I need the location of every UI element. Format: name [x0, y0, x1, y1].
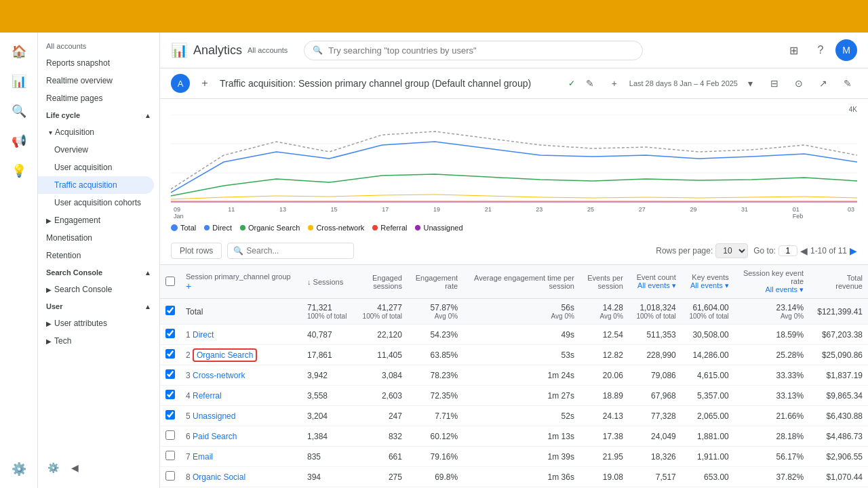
search-console-section[interactable]: Search Console ▲ — [38, 264, 159, 281]
row-avg-time: 1m 36s — [548, 472, 574, 482]
col-sessions-header: ↓ Sessions — [307, 278, 349, 286]
add-column-icon[interactable]: + — [186, 281, 191, 291]
chart-container: 4K 09Ja — [160, 99, 868, 221]
more-options-icon[interactable]: ✎ — [838, 74, 857, 93]
channel-link[interactable]: Unassigned — [193, 411, 235, 421]
table-search-input[interactable] — [246, 246, 348, 256]
total-engaged-sub: 100% of total — [360, 312, 402, 320]
row-checkbox[interactable] — [165, 329, 175, 338]
row-revenue: $25,090.86 — [822, 350, 863, 360]
apps-icon[interactable]: ⊞ — [781, 38, 806, 62]
date-range-dropdown-icon[interactable]: ▾ — [741, 74, 760, 93]
reports-icon[interactable]: 📊 — [5, 68, 33, 95]
row-checkbox[interactable] — [165, 369, 175, 379]
legend-total[interactable]: Total — [171, 224, 196, 232]
view-type-icon[interactable]: ⊟ — [765, 74, 784, 93]
channel-link[interactable]: Cross-network — [193, 371, 245, 380]
legend-cross-network[interactable]: Cross-network — [308, 224, 364, 232]
sidebar-item-realtime-pages[interactable]: Realtime pages — [38, 89, 154, 107]
help-icon[interactable]: ? — [808, 38, 833, 62]
total-label: Total — [186, 307, 203, 317]
compare-icon[interactable]: ⊙ — [789, 74, 808, 93]
sidebar-item-search-console[interactable]: ▶ Search Console — [38, 281, 154, 298]
search-input[interactable] — [328, 45, 634, 56]
col-channel-header: Session primary_channel group — [186, 272, 296, 281]
sidebar-item-retention[interactable]: Retention — [38, 247, 154, 264]
row-checkbox[interactable] — [165, 430, 175, 440]
edit-report-icon[interactable]: ✎ — [580, 74, 599, 93]
app-name: Analytics — [193, 43, 242, 58]
sidebar-item-tech[interactable]: ▶ Tech — [38, 332, 154, 350]
legend-unassigned-label: Unassigned — [423, 224, 462, 232]
lifecycle-section[interactable]: Life cycle ▲ — [38, 107, 159, 123]
legend-referral-dot — [372, 225, 378, 230]
channel-link[interactable]: Direct — [193, 330, 214, 340]
acquisition-label: Acquisition — [55, 127, 94, 137]
channel-link[interactable]: Organic Search — [193, 348, 257, 362]
legend-referral[interactable]: Referral — [372, 224, 407, 232]
row-engaged: 2,603 — [382, 391, 402, 401]
sidebar-item-user-acquisition-cohorts[interactable]: User acquisition cohorts — [38, 194, 154, 211]
row-checkbox[interactable] — [165, 349, 175, 359]
insights-icon[interactable]: 💡 — [5, 157, 33, 184]
channel-link[interactable]: Referral — [193, 391, 222, 401]
sidebar-item-user-acquisition[interactable]: User acquisition — [38, 159, 154, 176]
total-eng-rate-sub: Avg 0% — [413, 312, 458, 320]
legend-direct[interactable]: Direct — [204, 224, 232, 232]
sidebar-collapse-icon[interactable]: ◀ — [65, 458, 84, 477]
legend-organic-search-dot — [240, 225, 245, 230]
row-num: 4 — [186, 391, 191, 401]
explore-icon[interactable]: 🔍 — [5, 98, 33, 125]
table-search-bar[interactable]: 🔍 — [227, 243, 354, 259]
row-revenue: $1,837.19 — [827, 371, 863, 380]
total-checkbox[interactable] — [165, 306, 175, 315]
search-bar[interactable]: 🔍 — [304, 41, 643, 60]
row-revenue: $4,486.73 — [827, 432, 863, 441]
sidebar-item-reports-snapshot[interactable]: Reports snapshot — [38, 54, 154, 72]
channel-link[interactable]: Organic Social — [193, 472, 245, 482]
sidebar-item-engagement[interactable]: ▶ Engagement — [38, 211, 154, 229]
prev-page-icon[interactable]: ◀ — [800, 245, 808, 256]
channel-link[interactable]: Paid Search — [193, 432, 237, 441]
sidebar-item-user-attributes[interactable]: ▶ User attributes — [38, 314, 154, 332]
legend-unassigned[interactable]: Unassigned — [415, 224, 462, 232]
row-checkbox[interactable] — [165, 390, 175, 399]
col-key-events-header: Key eventsAll events ▾ — [687, 273, 729, 290]
share-icon[interactable]: ↗ — [814, 74, 833, 93]
sidebar-item-overview[interactable]: Overview — [38, 141, 154, 159]
channel-link[interactable]: Email — [193, 452, 213, 462]
sidebar-item-monetisation[interactable]: Monetisation — [38, 229, 154, 247]
row-events-per: 12.54 — [603, 330, 623, 340]
row-key-events: 653.00 — [704, 472, 729, 482]
row-engaged: 22,120 — [377, 330, 402, 340]
row-key-rate: 33.33% — [776, 371, 804, 380]
go-to-input[interactable] — [778, 245, 797, 256]
sidebar-settings-icon[interactable]: ⚙️ — [43, 458, 62, 477]
acquisition-section[interactable]: ▾ Acquisition — [38, 123, 159, 141]
row-checkbox[interactable] — [165, 410, 175, 420]
sidebar-item-realtime-overview[interactable]: Realtime overview — [38, 72, 154, 89]
row-event-count: 228,990 — [646, 350, 675, 360]
row-checkbox[interactable] — [165, 451, 175, 460]
user-section[interactable]: User ▲ — [38, 298, 159, 314]
search-icon: 🔍 — [313, 45, 323, 55]
settings-icon[interactable]: ⚙️ — [5, 455, 33, 483]
traffic-acquisition-label: Traffic acquisition — [54, 180, 117, 190]
row-sessions: 835 — [307, 452, 321, 462]
add-report-icon[interactable]: + — [605, 74, 624, 93]
plot-rows-button[interactable]: Plot rows — [171, 243, 222, 259]
user-avatar[interactable]: M — [835, 39, 857, 61]
total-avg-time: 56s — [561, 303, 574, 312]
home-icon[interactable]: 🏠 — [5, 38, 33, 65]
advertising-icon[interactable]: 📢 — [5, 127, 33, 155]
table-row: 6 Paid Search 1,384 832 60.12% 1m 13s 17… — [160, 426, 868, 447]
add-comparison-icon[interactable]: + — [195, 74, 214, 93]
row-checkbox[interactable] — [165, 471, 175, 481]
next-page-icon[interactable]: ▶ — [850, 245, 857, 256]
legend-organic-search[interactable]: Organic Search — [240, 224, 300, 232]
rows-per-page-select[interactable]: 10 25 50 — [715, 243, 748, 258]
row-key-events: 2,065.00 — [697, 411, 729, 421]
sidebar-item-traffic-acquisition[interactable]: Traffic acquisition — [38, 176, 154, 194]
select-all-checkbox[interactable] — [165, 277, 175, 286]
total-row: Total 71,321 100% of total 41,277 100% o… — [160, 299, 868, 325]
